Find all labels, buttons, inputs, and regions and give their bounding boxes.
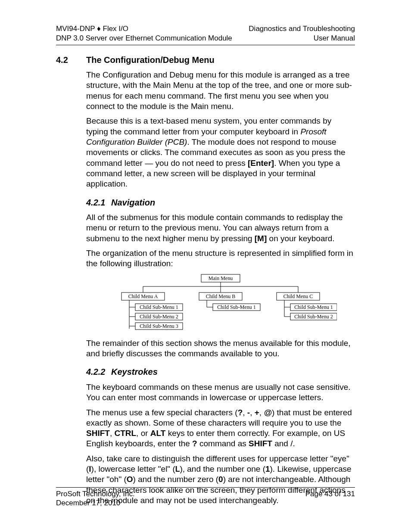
tree-root: Main Menu	[209, 275, 233, 281]
section-number: 4.2	[56, 55, 86, 66]
text-bold: ALT	[150, 429, 166, 438]
header-left-line2: DNP 3.0 Server over Ethernet Communicati…	[56, 34, 232, 43]
page-header: MVI94-DNP ♦ Flex I/O DNP 3.0 Server over…	[56, 24, 355, 43]
footer-rule	[56, 487, 355, 488]
text-bold: 1	[265, 464, 270, 473]
section-4-2-1-heading: 4.2.1 Navigation	[86, 197, 355, 208]
text-bold: +	[255, 408, 259, 417]
footer-company: ProSoft Technology, Inc.	[56, 489, 135, 499]
footer-date: December 17, 2010	[56, 498, 135, 508]
page-footer: ProSoft Technology, Inc. December 17, 20…	[56, 489, 355, 508]
tree-node: Child Sub-Menu 1	[294, 304, 333, 310]
tree-node: Child Menu B	[206, 293, 236, 299]
text-bold: SHIFT	[249, 439, 272, 448]
tree-node: Child Sub-Menu 3	[140, 323, 178, 329]
section-title: The Configuration/Debug Menu	[86, 55, 215, 66]
text-bold: [Enter]	[248, 159, 274, 168]
text-run: , or	[136, 429, 150, 438]
subsection-number: 4.2.1	[86, 197, 111, 208]
text-run: and /.	[272, 439, 295, 448]
text-run: ), and the number one (	[180, 464, 265, 473]
text-run: ,	[259, 408, 264, 417]
text-run: command as	[197, 439, 249, 448]
text-bold: 0	[218, 475, 223, 484]
subsection-title: Keystrokes	[111, 367, 158, 378]
text-bold: L	[175, 465, 180, 473]
header-right-line1: Diagnostics and Troubleshooting	[249, 24, 355, 34]
header-right-line2: User Manual	[249, 34, 355, 43]
paragraph: The keyboard commands on these menus are…	[86, 382, 355, 403]
footer-page-number: Page 43 of 131	[305, 489, 355, 499]
text-bold: ?	[238, 408, 243, 417]
tree-node: Child Menu C	[283, 293, 313, 299]
text-bold: [M]	[255, 234, 267, 243]
text-bold: @	[264, 408, 272, 417]
header-rule	[56, 45, 355, 45]
text-run: on your keyboard.	[267, 234, 334, 243]
text-bold: SHIFT	[86, 429, 110, 438]
section-4-2-2-heading: 4.2.2 Keystrokes	[86, 367, 355, 378]
text-run: ,	[110, 429, 115, 438]
text-run: ,	[250, 408, 255, 417]
text-bold: CTRL	[114, 429, 136, 438]
section-4-2-heading: 4.2 The Configuration/Debug Menu	[56, 55, 355, 66]
paragraph: The organization of the menu structure i…	[86, 248, 355, 269]
text-run: The menus use a few special characters (	[86, 408, 238, 417]
tree-node: Child Sub-Menu 1	[217, 304, 255, 310]
paragraph: All of the submenus for this module cont…	[86, 212, 355, 244]
subsection-number: 4.2.2	[86, 367, 111, 378]
text-bold: ?	[192, 439, 197, 448]
menu-tree-diagram: .bx { fill:#fff; stroke:#000; stroke-wid…	[104, 274, 337, 334]
paragraph: The remainder of this section shows the …	[86, 338, 355, 359]
paragraph: The menus use a few special characters (…	[86, 408, 355, 449]
text-run: ) and the number zero (	[133, 475, 219, 484]
header-left-line1: MVI94-DNP ♦ Flex I/O	[56, 24, 232, 34]
subsection-title: Navigation	[111, 197, 155, 208]
paragraph: The Configuration and Debug menu for thi…	[86, 70, 355, 112]
tree-node: Child Sub-Menu 2	[294, 313, 333, 319]
paragraph: Because this is a text-based menu system…	[86, 116, 355, 189]
text-run: ,	[243, 408, 247, 417]
tree-node: Child Sub-Menu 2	[140, 313, 178, 319]
text-run: Because this is a text-based menu system…	[86, 116, 331, 136]
text-run: ), lowercase letter "el" (	[91, 464, 175, 473]
text-bold: O	[127, 475, 133, 484]
tree-node: Child Sub-Menu 1	[140, 304, 178, 310]
tree-node: Child Menu A	[128, 293, 158, 299]
